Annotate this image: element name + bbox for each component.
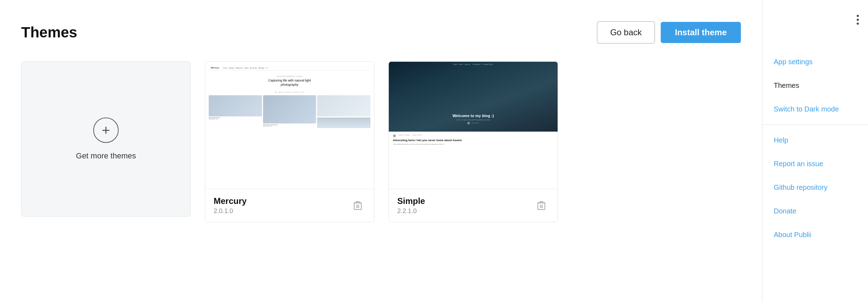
simple-content: Dayna D. Finkelstein October 23, 2014 In… [389,132,558,189]
themes-grid: + Get more themes Mercury Home Category … [21,61,741,222]
simple-post-body: Tellus sollicitudin aenean libero morbi … [393,144,553,145]
theme-card-simple: HOME PAGES GALLERY TYPOGRAPHY TIPS AND T… [388,61,558,222]
mercury-img-4 [317,117,370,128]
trash-icon [354,201,362,210]
simple-hero-text: Welcome to my blog :) Create a unique an… [452,114,494,125]
mercury-delete-button[interactable] [350,198,365,213]
menu-item-donate[interactable]: Donate [762,199,868,223]
install-theme-button[interactable]: Install theme [661,22,741,43]
mercury-date-2: FEBRUARY 5, 2017 [263,126,316,127]
menu-item-themes[interactable]: Themes [762,74,868,97]
mercury-tags: ALL MUSIC PEOPLE PHOTO TIPS [209,92,370,93]
dot-3 [857,23,859,25]
add-theme-label: Get more themes [76,151,136,161]
mercury-img-1 [209,95,262,116]
menu-item-report[interactable]: Report an issue [762,152,868,176]
simple-nav: HOME PAGES GALLERY TYPOGRAPHY TIPS AND T… [389,64,558,65]
mercury-hero-sub: YOUR PHOTOGRAPHY STORIES [216,76,363,77]
simple-post-title: Interesting facts I bet you never knew a… [393,139,553,142]
menu-divider-1 [762,125,868,125]
simple-post-meta: Dayna D. Finkelstein October 23, 2014 [393,134,553,137]
mercury-grid-item-3 [317,95,370,128]
mercury-grid-item-1: Office Madrid Photos FEBRUARY 3, 2017 [209,95,262,128]
simple-hero-sub: Create a unique and beautiful blog quick… [452,119,494,121]
mercury-img-3 [317,95,370,116]
simple-preview: HOME PAGES GALLERY TYPOGRAPHY TIPS AND T… [389,62,558,189]
header: Themes Go back Install theme [21,21,741,44]
add-theme-card[interactable]: + Get more themes [21,61,191,217]
dot-1 [857,15,859,17]
menu-item-github[interactable]: Github repository [762,176,868,199]
simple-text-info: Simple 2.2.1.0 [397,196,425,215]
menu-item-about[interactable]: About Publii [762,223,868,247]
simple-theme-name: Simple [397,196,425,206]
simple-preview-container: HOME PAGES GALLERY TYPOGRAPHY TIPS AND T… [389,62,558,189]
plus-icon: + [102,123,110,137]
mercury-brand: Mercury [211,67,219,69]
add-circle: + [93,117,119,143]
mercury-theme-version: 2.0.1.0 [214,207,246,215]
theme-card-mercury: Mercury Home Category Single post Galler… [205,61,374,222]
right-panel: App settings Themes Switch to Dark mode … [762,0,868,302]
simple-hero-bg: HOME PAGES GALLERY TYPOGRAPHY TIPS AND T… [389,62,558,132]
simple-hero-author: James Brown [452,122,494,125]
mercury-theme-name: Mercury [214,196,246,206]
mercury-date-1: FEBRUARY 3, 2017 [209,119,262,120]
mercury-grid: Office Madrid Photos FEBRUARY 3, 2017 St… [209,95,370,128]
simple-delete-button[interactable] [534,198,549,213]
simple-hero-title: Welcome to my blog :) [452,114,494,118]
mercury-theme-info: Mercury 2.0.1.0 [205,189,374,222]
mercury-img-2 [263,95,316,123]
page-title: Themes [21,24,77,41]
mercury-nav: Mercury Home Category Single post Galler… [209,65,370,71]
simple-theme-info: Simple 2.2.1.0 [389,189,558,222]
simple-theme-version: 2.2.1.0 [397,207,425,215]
menu-item-dark-mode[interactable]: Switch to Dark mode [762,97,868,121]
mercury-nav-links: Home Category Single post Gallery Shortc… [223,67,267,69]
mercury-hero-title: Capturing life with natural light photog… [216,79,363,87]
trash-icon-simple [537,201,545,210]
mercury-grid-item-2: Stairs Design Idea Pictures FEBRUARY 5, … [263,95,316,128]
menu-item-help[interactable]: Help [762,128,868,152]
post-avatar [393,134,396,137]
mercury-text-info: Mercury 2.0.1.0 [214,196,246,215]
dots-container [762,7,868,32]
mercury-preview: Mercury Home Category Single post Galler… [205,62,374,189]
three-dots-button[interactable] [855,13,861,27]
main-content: Themes Go back Install theme + Get more … [0,0,762,302]
go-back-button[interactable]: Go back [597,21,655,44]
dot-2 [857,19,859,21]
mercury-hero: YOUR PHOTOGRAPHY STORIES Capturing life … [209,73,370,90]
menu-item-app-settings[interactable]: App settings [762,50,868,74]
panel-menu: App settings Themes Switch to Dark mode … [762,50,868,247]
author-avatar [467,122,470,125]
header-buttons: Go back Install theme [597,21,741,44]
